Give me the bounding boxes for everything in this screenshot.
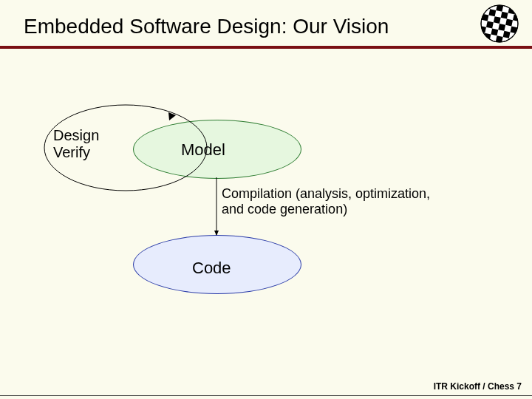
footer-text: ITR Kickoff / Chess 7 bbox=[434, 381, 522, 392]
svg-rect-11 bbox=[486, 21, 494, 29]
svg-rect-6 bbox=[501, 12, 508, 19]
footer-divider bbox=[0, 395, 532, 396]
svg-rect-8 bbox=[482, 14, 489, 21]
svg-rect-10 bbox=[505, 19, 513, 27]
svg-rect-16 bbox=[503, 31, 511, 38]
svg-rect-9 bbox=[494, 16, 501, 24]
slide: Embedded Software Design: Our Vision bbox=[0, 0, 532, 399]
svg-rect-5 bbox=[488, 9, 496, 16]
title-divider bbox=[0, 46, 532, 49]
svg-rect-12 bbox=[498, 24, 505, 31]
svg-rect-13 bbox=[511, 26, 518, 33]
svg-rect-15 bbox=[491, 28, 498, 35]
code-label: Code bbox=[192, 259, 231, 278]
design-verify-label: DesignVerify bbox=[53, 127, 99, 161]
compilation-label: Compilation (analysis, optimization,and … bbox=[222, 186, 430, 216]
model-label: Model bbox=[181, 140, 225, 160]
chess-logo-icon bbox=[480, 4, 519, 43]
page-title: Embedded Software Design: Our Vision bbox=[24, 15, 389, 38]
